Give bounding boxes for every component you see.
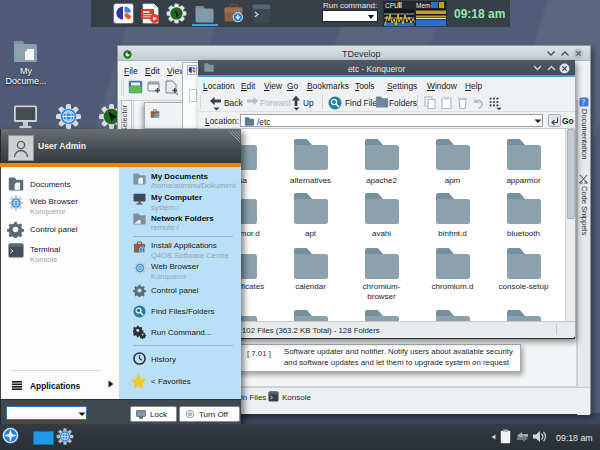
svg-text:Mem: Mem	[416, 2, 430, 9]
svg-text:CPU: CPU	[385, 2, 399, 9]
